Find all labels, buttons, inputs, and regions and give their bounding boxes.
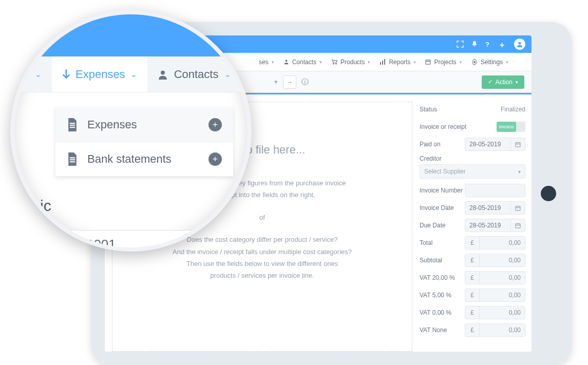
money-label: VAT None (420, 326, 447, 334)
cart-icon (331, 59, 337, 65)
dropdown-caret[interactable]: ▾ (274, 78, 278, 86)
money-label: VAT 0,00 % (420, 309, 451, 316)
fullscreen-icon[interactable] (457, 41, 464, 48)
nav-label: Settings (481, 59, 503, 66)
chevron-down-icon: ⌄ (35, 70, 42, 79)
main-nav: ses ▾ Contacts ▾ Products ▾ Reports ▾ Pr… (105, 53, 532, 71)
money-label: Total (420, 239, 432, 246)
svg-rect-9 (516, 206, 520, 210)
user-avatar-icon[interactable] (514, 39, 525, 50)
currency-symbol: £ (465, 306, 480, 319)
money-value: 0,00 (480, 324, 525, 336)
plus-icon[interactable]: + (500, 41, 507, 48)
svg-rect-5 (382, 61, 383, 65)
chevron-down-icon: ▾ (272, 60, 274, 65)
nav-item-products[interactable]: Products ▾ (331, 59, 370, 66)
due-date-value: 28-05-2019 (465, 222, 510, 229)
chevron-down-icon: ▾ (516, 80, 518, 85)
money-input[interactable]: £ 0,00 (465, 254, 525, 267)
money-label: VAT 20,00 % (420, 274, 455, 281)
status-label: Status (420, 106, 437, 113)
chart-icon (380, 59, 386, 65)
question-icon[interactable]: ? (485, 41, 492, 48)
calendar-icon (425, 59, 431, 65)
svg-point-1 (285, 60, 287, 62)
topbar: ? + (105, 35, 532, 53)
toggle-knob: Invoice (497, 122, 516, 132)
money-value: 0,00 (480, 237, 525, 249)
user-icon (283, 59, 289, 65)
info-icon[interactable]: ⓘ (301, 78, 309, 87)
money-row: Subtotal £ 0,00 (420, 253, 525, 268)
money-value: 0,00 (480, 306, 525, 319)
bell-icon[interactable] (471, 41, 478, 48)
help-text: of (128, 212, 396, 223)
help-text: Does the cost category differ per produc… (128, 234, 396, 245)
invoice-date-label: Invoice Date (420, 204, 454, 212)
currency-symbol: £ (465, 289, 480, 301)
invoice-number-input[interactable] (465, 184, 525, 197)
help-text: And the invoice / receipt falls under mu… (128, 246, 396, 258)
nav-label: Projects (434, 59, 456, 66)
due-date-input[interactable]: 28-05-2019 (465, 219, 525, 232)
money-row: Total £ 0,00 (420, 235, 525, 251)
currency-symbol: £ (465, 254, 480, 266)
gear-icon (471, 59, 478, 65)
action-button[interactable]: Action ▾ (482, 75, 524, 89)
next-button[interactable]: → (283, 75, 296, 89)
money-row: VAT 0,00 % £ 0,00 (420, 305, 525, 320)
paid-on-input[interactable]: 28-05-2019 (465, 138, 525, 151)
invoice-date-value: 28-05-2019 (465, 204, 510, 212)
nav-label: Contacts (292, 59, 316, 66)
help-text: tion, only enter the key figures from th… (128, 177, 396, 189)
due-date-label: Due Date (420, 222, 446, 229)
nav-label: Products (340, 59, 365, 66)
tablet-home-button (541, 186, 556, 201)
nav-item-contacts[interactable]: Contacts ▾ (283, 59, 322, 66)
money-input[interactable]: £ 0,00 (465, 323, 525, 337)
chevron-down-icon: ▾ (460, 60, 462, 65)
supplier-select[interactable]: Select Supplier ▾ (420, 164, 525, 179)
invoice-receipt-toggle[interactable]: Invoice (497, 122, 525, 132)
money-row: VAT 5,00 % £ 0,00 (420, 287, 525, 303)
chevron-down-icon: ▾ (368, 60, 370, 65)
money-input[interactable]: £ 0,00 (465, 236, 525, 249)
form-panel: Status Finalized Invoice or receipt Invo… (412, 94, 532, 352)
svg-rect-6 (384, 59, 385, 65)
nav-label: Reports (389, 59, 410, 66)
action-label: Action (496, 79, 513, 86)
money-input[interactable]: £ 0,00 (465, 306, 525, 319)
calendar-icon (510, 219, 525, 232)
paid-on-value: 28-05-2019 (465, 141, 510, 148)
nav-label: ses (259, 59, 269, 66)
due-date-row: Due Date 28-05-2019 (420, 218, 525, 233)
tablet-frame: ? + ses ▾ Contacts ▾ Products ▾ (91, 22, 572, 365)
arrow-down-icon (62, 69, 70, 80)
currency-symbol: £ (465, 237, 480, 249)
nav-item-reports[interactable]: Reports ▾ (380, 59, 416, 66)
status-row: Status Finalized (420, 102, 525, 117)
money-input[interactable]: £ 0,00 (465, 271, 525, 284)
money-label: Subtotal (420, 257, 442, 264)
nav-item-ses[interactable]: ses ▾ (259, 59, 274, 66)
money-input[interactable]: £ 0,00 (465, 289, 525, 302)
calendar-icon (510, 138, 525, 150)
dropzone[interactable]: & drop file here... tion, only enter the… (112, 102, 412, 352)
content-area: & drop file here... tion, only enter the… (105, 93, 532, 352)
currency-symbol: £ (465, 324, 480, 336)
status-value: Finalized (501, 106, 525, 113)
nav-item-projects[interactable]: Projects ▾ (425, 59, 462, 66)
chevron-down-icon: ▾ (413, 60, 416, 65)
document-icon (67, 118, 78, 131)
nav-item-settings[interactable]: Settings ▾ (471, 59, 508, 66)
chevron-down-icon: ▾ (319, 60, 322, 65)
svg-rect-7 (426, 60, 430, 64)
invoice-date-input[interactable]: 28-05-2019 (465, 201, 525, 215)
invoice-receipt-label: Invoice or receipt (420, 123, 466, 130)
chevron-down-icon: ▾ (518, 169, 521, 175)
help-text: or receipt into the fields on the right. (128, 189, 396, 201)
creditor-label: Creditor (420, 155, 525, 162)
document-icon (67, 152, 78, 166)
svg-rect-10 (516, 223, 520, 227)
calendar-icon (510, 202, 525, 214)
